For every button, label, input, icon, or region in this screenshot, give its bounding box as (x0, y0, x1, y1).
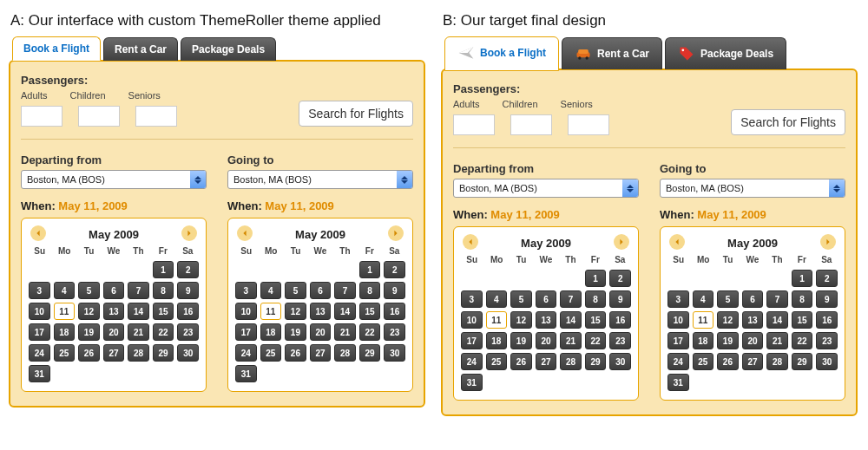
input-seniors-b[interactable] (568, 114, 609, 135)
calendar-day[interactable]: 23 (816, 332, 838, 349)
calendar-day[interactable]: 21 (334, 323, 356, 341)
calendar-day[interactable]: 15 (585, 311, 607, 329)
city-select[interactable]: Boston, MA (BOS) (660, 179, 845, 198)
calendar-day[interactable]: 11 (54, 303, 76, 320)
calendar-day[interactable]: 5 (285, 282, 306, 299)
calendar-day[interactable]: 22 (792, 332, 813, 349)
input-adults-b[interactable] (453, 114, 495, 135)
tab-rent-car-b[interactable]: Rent a Car (562, 37, 662, 69)
calendar-day[interactable]: 28 (334, 344, 356, 362)
calendar-day[interactable]: 27 (742, 353, 764, 370)
calendar-day[interactable]: 27 (536, 353, 557, 370)
calendar-day[interactable]: 26 (510, 353, 532, 370)
calendar-day[interactable]: 16 (177, 303, 199, 320)
calendar-day[interactable]: 6 (536, 290, 557, 308)
calendar-day[interactable]: 1 (585, 270, 607, 287)
calendar-day[interactable]: 25 (693, 353, 714, 370)
calendar-day[interactable]: 21 (560, 332, 582, 349)
calendar-day[interactable]: 27 (310, 344, 332, 362)
next-month-button[interactable] (820, 234, 836, 250)
calendar-day[interactable]: 30 (177, 344, 199, 362)
calendar-day[interactable]: 30 (384, 344, 405, 362)
calendar-day[interactable]: 31 (235, 365, 257, 382)
calendar-day[interactable]: 1 (153, 261, 174, 278)
calendar-day[interactable]: 26 (285, 344, 306, 362)
calendar-day[interactable]: 17 (667, 332, 689, 349)
calendar-day[interactable]: 17 (29, 323, 50, 341)
calendar-day[interactable]: 10 (667, 311, 689, 329)
calendar-day[interactable]: 12 (717, 311, 739, 329)
calendar-day[interactable]: 3 (29, 282, 50, 299)
city-select[interactable]: Boston, MA (BOS) (21, 170, 207, 189)
calendar-day[interactable]: 9 (177, 282, 199, 299)
calendar-day[interactable]: 18 (54, 323, 76, 341)
calendar-day[interactable]: 2 (177, 261, 199, 278)
calendar-day[interactable]: 6 (103, 282, 125, 299)
city-select[interactable]: Boston, MA (BOS) (227, 170, 413, 189)
calendar-day[interactable]: 31 (461, 374, 483, 391)
search-flights-button[interactable]: Search for Flights (299, 101, 413, 127)
calendar-day[interactable]: 10 (29, 303, 50, 320)
calendar-day[interactable]: 14 (128, 303, 149, 320)
calendar-day[interactable]: 20 (103, 323, 125, 341)
input-seniors[interactable] (135, 106, 177, 127)
input-children-b[interactable] (510, 114, 552, 135)
calendar-day[interactable]: 12 (78, 303, 100, 320)
calendar-day[interactable]: 19 (717, 332, 739, 349)
calendar-day[interactable]: 11 (260, 303, 282, 320)
calendar-day[interactable]: 18 (260, 323, 282, 341)
calendar-day[interactable]: 11 (486, 311, 508, 329)
calendar-day[interactable]: 8 (792, 290, 813, 308)
calendar-day[interactable]: 15 (792, 311, 813, 329)
calendar-day[interactable]: 25 (486, 353, 508, 370)
calendar-day[interactable]: 3 (667, 290, 689, 308)
calendar-day[interactable]: 23 (177, 323, 199, 341)
calendar-day[interactable]: 29 (153, 344, 174, 362)
calendar-day[interactable]: 6 (310, 282, 332, 299)
calendar-day[interactable]: 29 (359, 344, 381, 362)
calendar-day[interactable]: 30 (816, 353, 838, 370)
calendar-day[interactable]: 5 (717, 290, 739, 308)
calendar-day[interactable]: 25 (54, 344, 76, 362)
calendar-day[interactable]: 13 (310, 303, 332, 320)
calendar-day[interactable]: 31 (29, 365, 50, 382)
calendar-day[interactable]: 13 (742, 311, 764, 329)
calendar-day[interactable]: 6 (742, 290, 764, 308)
calendar-day[interactable]: 16 (384, 303, 405, 320)
calendar-day[interactable]: 4 (54, 282, 76, 299)
search-flights-button-b[interactable]: Search for Flights (731, 109, 845, 135)
calendar-day[interactable]: 7 (334, 282, 356, 299)
next-month-button[interactable] (614, 234, 629, 250)
calendar-day[interactable]: 26 (717, 353, 739, 370)
input-children[interactable] (78, 106, 120, 127)
calendar-day[interactable]: 15 (359, 303, 381, 320)
tab-package-deals-b[interactable]: Package Deals (665, 37, 786, 69)
calendar-day[interactable]: 13 (103, 303, 125, 320)
calendar-day[interactable]: 26 (78, 344, 100, 362)
calendar-day[interactable]: 24 (29, 344, 50, 362)
calendar-day[interactable]: 10 (461, 311, 483, 329)
calendar-day[interactable]: 2 (384, 261, 405, 278)
calendar-day[interactable]: 28 (560, 353, 582, 370)
calendar-day[interactable]: 24 (461, 353, 483, 370)
calendar-day[interactable]: 7 (560, 290, 582, 308)
calendar-day[interactable]: 11 (693, 311, 714, 329)
calendar-day[interactable]: 24 (235, 344, 257, 362)
calendar-day[interactable]: 23 (384, 323, 405, 341)
calendar-day[interactable]: 17 (461, 332, 483, 349)
tab-rent-car[interactable]: Rent a Car (103, 37, 178, 61)
calendar-day[interactable]: 2 (816, 270, 838, 287)
calendar-day[interactable]: 8 (153, 282, 174, 299)
calendar-day[interactable]: 22 (359, 323, 381, 341)
calendar-day[interactable]: 22 (585, 332, 607, 349)
prev-month-button[interactable] (669, 234, 685, 250)
calendar-day[interactable]: 16 (609, 311, 631, 329)
calendar-day[interactable]: 7 (766, 290, 788, 308)
calendar-day[interactable]: 15 (153, 303, 174, 320)
calendar-day[interactable]: 12 (510, 311, 532, 329)
calendar-day[interactable]: 27 (103, 344, 125, 362)
calendar-day[interactable]: 4 (693, 290, 714, 308)
calendar-day[interactable]: 3 (235, 282, 257, 299)
prev-month-button[interactable] (30, 225, 46, 241)
calendar-day[interactable]: 12 (285, 303, 306, 320)
